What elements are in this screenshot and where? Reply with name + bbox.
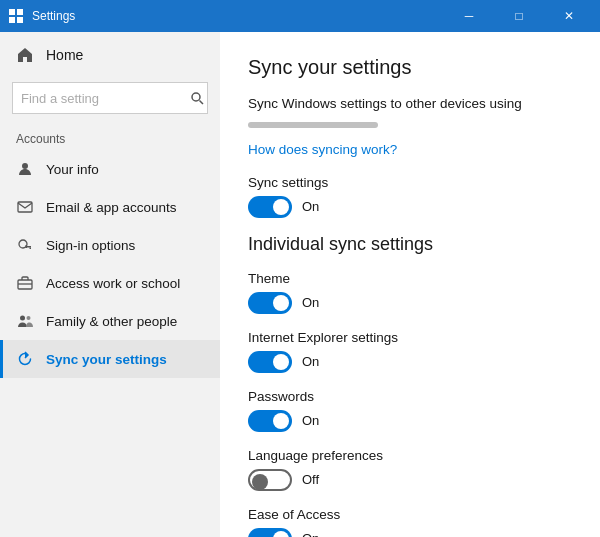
toggle-row-theme: On bbox=[248, 292, 572, 314]
state-text-passwords: On bbox=[302, 413, 319, 428]
svg-point-4 bbox=[192, 93, 200, 101]
state-text-theme: On bbox=[302, 295, 319, 310]
sign-in-label: Sign-in options bbox=[46, 238, 135, 253]
knob-ease-of-access bbox=[273, 531, 289, 537]
state-text-language: Off bbox=[302, 472, 319, 487]
toggle-theme[interactable] bbox=[248, 292, 292, 314]
search-input[interactable] bbox=[12, 82, 208, 114]
item-passwords: PasswordsOn bbox=[248, 389, 572, 432]
toggle-ie-settings[interactable] bbox=[248, 351, 292, 373]
item-ease-of-access: Ease of AccessOn bbox=[248, 507, 572, 537]
sync-settings-state: On bbox=[302, 199, 319, 214]
item-language: Language preferencesOff bbox=[248, 448, 572, 491]
sync-description: Sync Windows settings to other devices u… bbox=[248, 95, 572, 114]
item-ie-settings: Internet Explorer settingsOn bbox=[248, 330, 572, 373]
sidebar: Home Accounts Your info bbox=[0, 32, 220, 537]
svg-rect-10 bbox=[27, 246, 31, 248]
email-icon bbox=[16, 198, 34, 216]
sync-icon bbox=[16, 350, 34, 368]
toggle-passwords[interactable] bbox=[248, 410, 292, 432]
knob-theme bbox=[273, 295, 289, 311]
knob-ie-settings bbox=[273, 354, 289, 370]
sync-settings-toggle[interactable] bbox=[248, 196, 292, 218]
title-bar: Settings ─ □ ✕ bbox=[0, 0, 600, 32]
people-icon bbox=[16, 312, 34, 330]
item-theme: ThemeOn bbox=[248, 271, 572, 314]
toggle-ease-of-access[interactable] bbox=[248, 528, 292, 537]
svg-line-5 bbox=[200, 100, 204, 104]
home-label: Home bbox=[46, 47, 83, 63]
toggle-row-passwords: On bbox=[248, 410, 572, 432]
briefcase-icon bbox=[16, 274, 34, 292]
item-label-ie-settings: Internet Explorer settings bbox=[248, 330, 572, 345]
home-icon bbox=[16, 46, 34, 64]
svg-rect-9 bbox=[26, 245, 28, 248]
knob-language bbox=[252, 474, 268, 490]
svg-rect-11 bbox=[30, 248, 32, 250]
key-icon bbox=[16, 236, 34, 254]
window-title: Settings bbox=[32, 9, 446, 23]
app-icon bbox=[8, 8, 24, 24]
sync-account-bar bbox=[248, 122, 378, 128]
state-text-ease-of-access: On bbox=[302, 531, 319, 537]
search-button[interactable] bbox=[191, 92, 204, 105]
knob-passwords bbox=[273, 413, 289, 429]
svg-rect-7 bbox=[18, 202, 32, 212]
sidebar-item-sync[interactable]: Sync your settings bbox=[0, 340, 220, 378]
accounts-section-label: Accounts bbox=[0, 126, 220, 150]
item-label-language: Language preferences bbox=[248, 448, 572, 463]
sidebar-item-sign-in[interactable]: Sign-in options bbox=[0, 226, 220, 264]
minimize-button[interactable]: ─ bbox=[446, 0, 492, 32]
main-content: Sync your settings Sync Windows settings… bbox=[220, 32, 600, 537]
app-body: Home Accounts Your info bbox=[0, 32, 600, 537]
person-icon bbox=[16, 160, 34, 178]
family-label: Family & other people bbox=[46, 314, 177, 329]
close-button[interactable]: ✕ bbox=[546, 0, 592, 32]
sidebar-item-family[interactable]: Family & other people bbox=[0, 302, 220, 340]
toggle-row-language: Off bbox=[248, 469, 572, 491]
work-school-label: Access work or school bbox=[46, 276, 180, 291]
item-label-passwords: Passwords bbox=[248, 389, 572, 404]
window-controls: ─ □ ✕ bbox=[446, 0, 592, 32]
svg-point-14 bbox=[20, 316, 25, 321]
svg-rect-2 bbox=[9, 17, 15, 23]
sidebar-item-email-accounts[interactable]: Email & app accounts bbox=[0, 188, 220, 226]
toggle-row-ease-of-access: On bbox=[248, 528, 572, 537]
sidebar-item-home[interactable]: Home bbox=[0, 32, 220, 78]
your-info-label: Your info bbox=[46, 162, 99, 177]
svg-point-6 bbox=[22, 163, 28, 169]
sync-settings-knob bbox=[273, 199, 289, 215]
toggle-language[interactable] bbox=[248, 469, 292, 491]
individual-sync-title: Individual sync settings bbox=[248, 234, 572, 255]
email-accounts-label: Email & app accounts bbox=[46, 200, 177, 215]
svg-point-15 bbox=[27, 316, 31, 320]
svg-rect-3 bbox=[17, 17, 23, 23]
search-box bbox=[12, 82, 208, 114]
how-syncing-link[interactable]: How does syncing work? bbox=[248, 142, 572, 157]
page-title: Sync your settings bbox=[248, 56, 572, 79]
item-label-theme: Theme bbox=[248, 271, 572, 286]
toggle-row-ie-settings: On bbox=[248, 351, 572, 373]
svg-rect-0 bbox=[9, 9, 15, 15]
sidebar-item-your-info[interactable]: Your info bbox=[0, 150, 220, 188]
sidebar-item-work-school[interactable]: Access work or school bbox=[0, 264, 220, 302]
maximize-button[interactable]: □ bbox=[496, 0, 542, 32]
individual-items-container: ThemeOnInternet Explorer settingsOnPassw… bbox=[248, 271, 572, 537]
svg-rect-1 bbox=[17, 9, 23, 15]
sync-settings-toggle-row: On bbox=[248, 196, 572, 218]
state-text-ie-settings: On bbox=[302, 354, 319, 369]
sync-settings-label: Sync settings bbox=[248, 175, 572, 190]
item-label-ease-of-access: Ease of Access bbox=[248, 507, 572, 522]
sync-label: Sync your settings bbox=[46, 352, 167, 367]
